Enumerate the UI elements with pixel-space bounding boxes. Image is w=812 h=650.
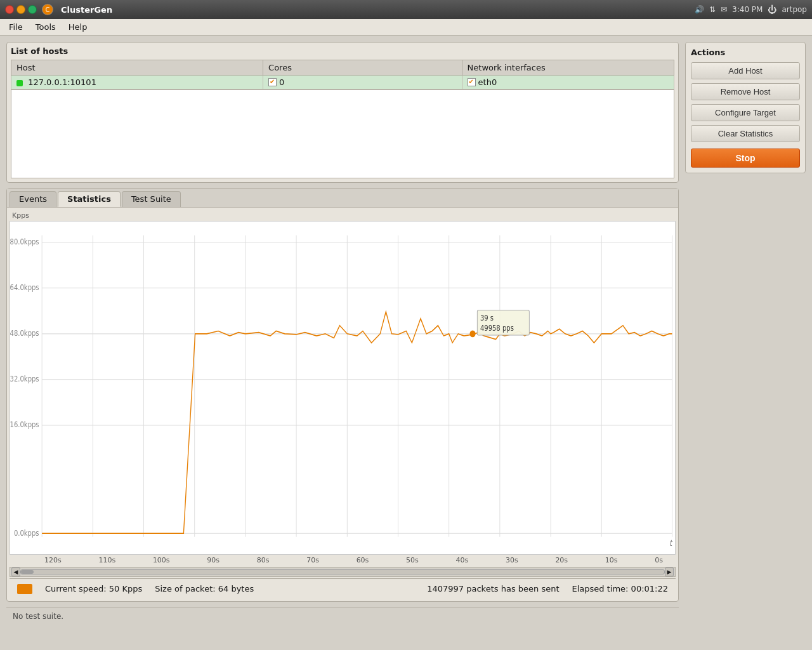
- app-icon: C: [42, 4, 53, 15]
- tabs-section: Events Statistics Test Suite Kpps 80.0kp…: [6, 188, 679, 602]
- scrollbar[interactable]: ◀ ▶: [10, 567, 676, 577]
- volume-icon[interactable]: 🔊: [695, 5, 704, 14]
- tooltip-dot: [469, 330, 475, 337]
- actions-section: Actions Add Host Remove Host Configure T…: [685, 42, 806, 173]
- power-icon[interactable]: ⏻: [768, 4, 776, 15]
- x-tick-70: 70s: [306, 556, 319, 564]
- scroll-right-button[interactable]: ▶: [665, 567, 674, 576]
- tab-content: Kpps 80.0kpps 64.0kpps 48.0kpps 32.0kpps: [7, 208, 678, 601]
- remove-host-button[interactable]: Remove Host: [691, 83, 800, 100]
- titlebar: C ClusterGen 🔊 ⇅ ✉ 3:40 PM ⏻ artpop: [0, 0, 812, 19]
- col-network: Network interfaces: [462, 60, 674, 76]
- status-dot: [16, 80, 23, 86]
- speed-color-indicator: [17, 584, 32, 594]
- stop-button[interactable]: Stop: [691, 149, 800, 168]
- x-tick-60: 60s: [357, 556, 369, 564]
- bottom-status: No test suite.: [6, 607, 679, 625]
- hosts-table: Host Cores Network interfaces 127.0.0.1:…: [11, 60, 674, 90]
- x-tick-100: 100s: [153, 556, 170, 564]
- clock: 3:40 PM: [732, 5, 763, 14]
- svg-text:0.0kpps: 0.0kpps: [14, 529, 39, 538]
- x-tick-120: 120s: [44, 556, 62, 564]
- x-tick-110: 110s: [98, 556, 115, 564]
- x-axis: 120s 110s 100s 90s 80s 70s 60s 50s 40s 3…: [10, 555, 676, 566]
- x-tick-20: 20s: [555, 556, 568, 564]
- titlebar-right: 🔊 ⇅ ✉ 3:40 PM ⏻ artpop: [695, 4, 807, 15]
- no-test-suite-text: No test suite.: [13, 612, 63, 621]
- chart-line: [42, 312, 672, 533]
- window-controls[interactable]: [5, 5, 37, 14]
- x-tick-0: 0s: [655, 556, 663, 564]
- packet-size: Size of packet: 64 bytes: [155, 584, 254, 594]
- x-tick-10: 10s: [605, 556, 618, 564]
- svg-text:39 s: 39 s: [480, 314, 494, 322]
- x-tick-30: 30s: [506, 556, 518, 564]
- status-bar: Current speed: 50 Kpps Size of packet: 6…: [10, 578, 676, 599]
- scrollbar-thumb[interactable]: [21, 570, 34, 574]
- scroll-left-button[interactable]: ◀: [11, 567, 20, 576]
- col-cores: Cores: [263, 60, 462, 76]
- current-speed: Current speed: 50 Kpps: [45, 584, 142, 594]
- table-row[interactable]: 127.0.0.1:10101 0 eth0: [11, 76, 674, 90]
- scrollbar-track[interactable]: [20, 569, 665, 574]
- network-checkbox[interactable]: [468, 78, 476, 86]
- svg-text:C: C: [46, 6, 50, 13]
- svg-text:48.0kpps: 48.0kpps: [10, 329, 39, 338]
- chart-svg: 80.0kpps 64.0kpps 48.0kpps 32.0kpps 16.0…: [10, 222, 675, 554]
- tab-events[interactable]: Events: [10, 191, 56, 207]
- x-tick-40: 40s: [456, 556, 469, 564]
- x-tick-50: 50s: [406, 556, 419, 564]
- menubar: File Tools Help: [0, 19, 812, 36]
- clear-statistics-button[interactable]: Clear Statistics: [691, 125, 800, 142]
- tab-testsuite[interactable]: Test Suite: [122, 191, 181, 207]
- network-cell: eth0: [462, 76, 674, 90]
- x-tick-80: 80s: [257, 556, 270, 564]
- maximize-button[interactable]: [28, 5, 37, 14]
- left-panel: List of hosts Host Cores Network interfa…: [6, 42, 679, 625]
- actions-label: Actions: [691, 48, 800, 57]
- hosts-label: List of hosts: [11, 46, 674, 56]
- chart-container: 80.0kpps 64.0kpps 48.0kpps 32.0kpps 16.0…: [10, 221, 676, 555]
- network-icon: ⇅: [709, 5, 716, 14]
- cores-cell: 0: [263, 76, 462, 90]
- svg-text:16.0kpps: 16.0kpps: [10, 420, 39, 429]
- configure-target-button[interactable]: Configure Target: [691, 104, 800, 121]
- svg-text:t: t: [669, 538, 673, 548]
- menu-tools[interactable]: Tools: [29, 20, 62, 34]
- app-title: ClusterGen: [61, 5, 112, 15]
- cores-checkbox[interactable]: [268, 78, 277, 86]
- elapsed-time: Elapsed time: 00:01:22: [572, 584, 668, 594]
- add-host-button[interactable]: Add Host: [691, 62, 800, 79]
- main-content: List of hosts Host Cores Network interfa…: [0, 36, 812, 631]
- tab-statistics[interactable]: Statistics: [58, 191, 121, 207]
- col-host: Host: [11, 60, 263, 76]
- right-panel: Actions Add Host Remove Host Configure T…: [685, 42, 806, 625]
- menu-file[interactable]: File: [3, 20, 29, 34]
- hosts-empty-area: [11, 90, 674, 178]
- packets-sent: 1407997 packets has been sent: [427, 584, 559, 594]
- svg-text:49958 pps: 49958 pps: [480, 324, 514, 333]
- username: artpop: [782, 5, 807, 14]
- mail-icon[interactable]: ✉: [721, 5, 727, 14]
- minimize-button[interactable]: [16, 5, 25, 14]
- host-cell: 127.0.0.1:10101: [11, 76, 263, 90]
- x-tick-90: 90s: [207, 556, 219, 564]
- svg-text:80.0kpps: 80.0kpps: [10, 237, 39, 246]
- svg-text:64.0kpps: 64.0kpps: [10, 283, 39, 292]
- tabs-header: Events Statistics Test Suite: [7, 189, 678, 208]
- hosts-section: List of hosts Host Cores Network interfa…: [6, 42, 679, 183]
- svg-text:32.0kpps: 32.0kpps: [10, 375, 39, 383]
- close-button[interactable]: [5, 5, 14, 14]
- menu-help[interactable]: Help: [62, 20, 94, 34]
- y-axis-label: Kpps: [12, 211, 676, 220]
